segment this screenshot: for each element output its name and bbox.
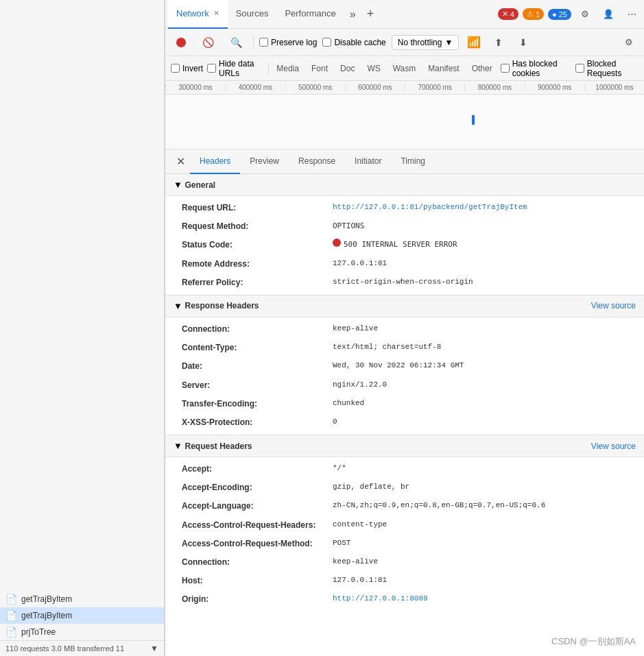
clear-button[interactable]: 🚫 [197, 35, 219, 50]
sidebar-item-getTrajByItem-1[interactable]: 📄 getTrajByItem [0, 591, 164, 607]
status-code-row: Status Code: 500 INTERNAL SERVER ERROR [165, 236, 644, 254]
resp-date-key: Date: [182, 360, 333, 373]
sub-tab-initiator-label: Initiator [355, 156, 381, 166]
req-origin-val: http://127.0.0.1:8089 [333, 593, 428, 605]
req-accept-key: Accept: [182, 463, 333, 476]
remote-address-key: Remote Address: [182, 258, 333, 271]
filter-doc[interactable]: Doc [336, 62, 359, 75]
tab-sources[interactable]: Sources [228, 0, 277, 29]
file-icon-3: 📄 [5, 627, 17, 637]
hide-data-urls-checkbox[interactable]: Hide data URLs [207, 59, 264, 78]
throttle-dropdown[interactable]: No throttling ▼ [392, 35, 460, 50]
preserve-log-label: Preserve log [271, 38, 317, 47]
settings-button[interactable]: ⚙ [575, 5, 595, 24]
req-connection-row: Connection: keep-alive [165, 553, 644, 572]
resp-connection-key: Connection: [182, 323, 333, 336]
resp-date-val: Wed, 30 Nov 2022 06:12:34 GMT [333, 360, 464, 372]
filter-font[interactable]: Font [307, 62, 332, 75]
invert-checkbox[interactable]: Invert [171, 64, 203, 73]
resp-content-type-key: Content-Type: [182, 341, 333, 354]
request-url-val: http://127.0.0.1:81/pybackend/getTrajByI… [333, 202, 527, 214]
sidebar-item-getTrajByItem-2[interactable]: 📄 getTrajByItem [0, 607, 164, 624]
main-tab-bar: Network ✕ Sources Performance » + ✕ 4 ⚠ … [165, 0, 644, 29]
sub-tab-response[interactable]: Response [289, 149, 345, 174]
blocked-requests-input[interactable] [575, 64, 584, 73]
close-panel-button[interactable]: ✕ [171, 152, 190, 171]
tab-network[interactable]: Network ✕ [168, 0, 228, 29]
has-blocked-cookies-input[interactable] [501, 64, 510, 73]
wifi-icon[interactable]: 📶 [464, 33, 484, 52]
request-headers-section-header[interactable]: ▼ Request Headers View source [165, 435, 644, 457]
sidebar-bottom-area: 📄 getTrajByItem 📄 getTrajByItem 📄 prjToT… [0, 591, 164, 656]
status-code-val: 500 INTERNAL SERVER ERROR [344, 239, 457, 251]
general-section-content: Request URL: http://127.0.0.1:81/pybacke… [165, 196, 644, 295]
export-icon[interactable]: ⬇ [514, 33, 533, 52]
tab-sources-label: Sources [236, 8, 269, 19]
warn-icon: ⚠ [527, 10, 534, 19]
response-headers-triangle: ▼ [174, 301, 182, 311]
filter-ws[interactable]: WS [363, 62, 384, 75]
status-error-circle [333, 239, 341, 247]
req-access-control-request-method-row: Access-Control-Request-Method: POST [165, 535, 644, 553]
filter-wasm[interactable]: Wasm [389, 62, 420, 75]
network-settings-icon[interactable]: ⚙ [619, 33, 639, 52]
filter-manifest[interactable]: Manifest [424, 62, 463, 75]
sub-tab-headers[interactable]: Headers [190, 149, 240, 174]
search-button[interactable]: 🔍 [225, 35, 248, 50]
sub-tab-bar: ✕ Headers Preview Response Initiator Tim… [165, 149, 644, 174]
tick-1: 400000 ms [225, 84, 285, 91]
req-access-control-request-method-key: Access-Control-Request-Method: [182, 537, 333, 550]
general-section-header[interactable]: ▼ General [165, 174, 644, 196]
timeline-request-bar [472, 115, 475, 125]
sidebar-item-prjToTree[interactable]: 📄 prjToTree [0, 624, 164, 640]
more-tabs-button[interactable]: » [344, 8, 361, 21]
invert-label: Invert [182, 64, 203, 73]
tab-network-label: Network [176, 8, 209, 19]
request-method-val: OPTIONS [333, 220, 364, 232]
req-accept-encoding-row: Accept-Encoding: gzip, deflate, br [165, 478, 644, 497]
preserve-log-checkbox[interactable]: Preserve log [259, 38, 317, 47]
sub-tab-preview-label: Preview [250, 156, 279, 166]
add-tab-button[interactable]: + [361, 7, 380, 21]
info-badge[interactable]: ● 25 [548, 9, 571, 20]
resp-transfer-encoding-val: chunked [333, 398, 364, 410]
req-accept-language-val: zh-CN,zh;q=0.9,en;q=0.8,en-GB;q=0.7,en-U… [333, 500, 545, 512]
resp-transfer-encoding-row: Transfer-Encoding: chunked [165, 395, 644, 413]
resp-server-row: Server: nginx/1.22.0 [165, 376, 644, 395]
hide-data-urls-input[interactable] [207, 64, 216, 73]
response-headers-view-source[interactable]: View source [591, 301, 636, 311]
disable-cache-checkbox[interactable]: Disable cache [322, 38, 385, 47]
sub-tab-timing[interactable]: Timing [391, 149, 435, 174]
tick-6: 900000 ms [525, 84, 584, 91]
timeline-bar-area [165, 95, 644, 143]
user-button[interactable]: 👤 [599, 5, 618, 24]
more-options-button[interactable]: ⋯ [622, 5, 641, 24]
blocked-requests-label: Blocked Requests [587, 59, 639, 78]
request-headers-view-source[interactable]: View source [591, 441, 636, 451]
preserve-log-input[interactable] [259, 38, 268, 47]
sub-tab-preview[interactable]: Preview [240, 149, 289, 174]
has-blocked-cookies-checkbox[interactable]: Has blocked cookies [501, 59, 571, 78]
tab-performance[interactable]: Performance [276, 0, 344, 29]
record-button[interactable] [171, 36, 191, 49]
filter-media[interactable]: Media [272, 62, 303, 75]
request-method-key: Request Method: [182, 220, 333, 233]
sub-tab-timing-label: Timing [401, 156, 425, 166]
warn-badge[interactable]: ⚠ 1 [523, 8, 544, 20]
tick-3: 600000 ms [345, 84, 405, 91]
req-accept-language-key: Accept-Language: [182, 500, 333, 513]
sidebar-dropdown-arrow[interactable]: ▼ [150, 644, 158, 653]
req-connection-val: keep-alive [333, 556, 378, 568]
disable-cache-input[interactable] [322, 38, 331, 47]
invert-input[interactable] [171, 64, 180, 73]
error-badge[interactable]: ✕ 4 [498, 8, 518, 20]
req-origin-row: Origin: http://127.0.0.1:8089 [165, 590, 644, 609]
blocked-requests-checkbox[interactable]: Blocked Requests [575, 59, 639, 78]
tab-network-close[interactable]: ✕ [213, 9, 219, 18]
request-method-row: Request Method: OPTIONS [165, 217, 644, 236]
sub-tab-initiator[interactable]: Initiator [345, 149, 391, 174]
filter-other[interactable]: Other [468, 62, 497, 75]
import-icon[interactable]: ⬆ [489, 33, 508, 52]
response-headers-section-header[interactable]: ▼ Response Headers View source [165, 295, 644, 317]
error-file-icon-1: 📄 [5, 594, 17, 605]
